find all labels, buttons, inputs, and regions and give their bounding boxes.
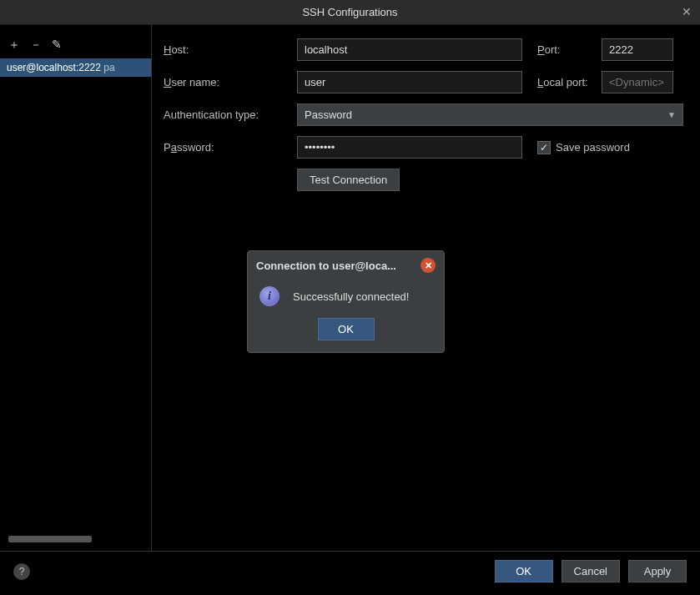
- port-input[interactable]: [602, 38, 673, 61]
- modal-ok-button[interactable]: OK: [318, 318, 375, 340]
- save-password-option[interactable]: ✓ Save password: [537, 141, 630, 154]
- local-port-label: Local port:: [531, 76, 593, 88]
- host-label: Host:: [164, 43, 289, 56]
- modal-title: Connection to user@loca...: [256, 260, 414, 272]
- chevron-down-icon: ▼: [667, 110, 676, 119]
- password-input[interactable]: [297, 136, 522, 159]
- auth-type-label: Authentication type:: [164, 108, 289, 121]
- help-icon[interactable]: ?: [13, 563, 30, 580]
- auth-type-select[interactable]: Password ▼: [297, 103, 683, 126]
- save-password-label: Save password: [556, 141, 630, 154]
- horizontal-scrollbar[interactable]: [8, 536, 92, 542]
- user-label: User name:: [164, 76, 289, 88]
- close-icon[interactable]: ✕: [682, 5, 692, 18]
- cancel-button[interactable]: Cancel: [562, 560, 620, 582]
- save-password-checkbox[interactable]: ✓: [537, 141, 551, 154]
- config-item-label: user@localhost:2222: [7, 62, 101, 73]
- add-icon[interactable]: ＋: [8, 38, 20, 50]
- info-icon: i: [259, 286, 279, 306]
- dialog-footer: ? OK Cancel Apply: [0, 551, 700, 591]
- user-input[interactable]: [297, 71, 522, 93]
- modal-close-icon[interactable]: ✕: [421, 258, 436, 273]
- test-connection-button[interactable]: Test Connection: [297, 169, 400, 191]
- ok-button[interactable]: OK: [495, 560, 553, 582]
- auth-type-value: Password: [305, 108, 352, 121]
- config-item-suffix: pa: [101, 62, 115, 73]
- host-input[interactable]: [297, 38, 522, 61]
- port-label: Port:: [531, 43, 593, 56]
- config-list: user@localhost:2222 pa: [0, 58, 151, 531]
- titlebar: SSH Configurations ✕: [0, 0, 700, 25]
- config-list-toolbar: ＋ － ✎: [0, 33, 151, 58]
- window-title: SSH Configurations: [302, 6, 397, 18]
- connection-result-modal: Connection to user@loca... ✕ i Successfu…: [247, 250, 445, 353]
- password-label: Password:: [164, 141, 289, 154]
- local-port-input[interactable]: [602, 71, 673, 93]
- modal-message: Successfully connected!: [293, 290, 409, 303]
- edit-icon[interactable]: ✎: [52, 38, 62, 50]
- modal-titlebar: Connection to user@loca... ✕: [248, 251, 444, 280]
- remove-icon[interactable]: －: [30, 38, 42, 50]
- apply-button[interactable]: Apply: [628, 560, 687, 582]
- config-list-panel: ＋ － ✎ user@localhost:2222 pa: [0, 25, 152, 551]
- config-list-item[interactable]: user@localhost:2222 pa: [0, 58, 151, 77]
